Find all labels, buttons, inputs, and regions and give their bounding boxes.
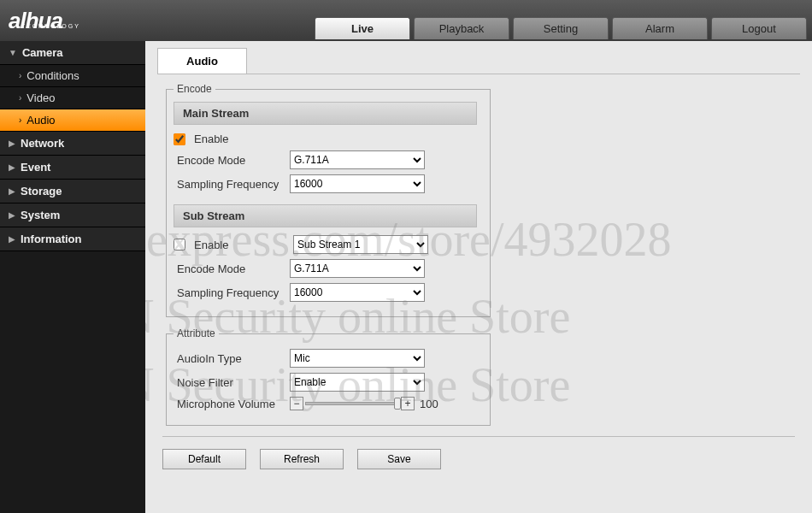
main-sampling-select[interactable]: 16000	[290, 174, 425, 193]
sub-encode-mode-label: Encode Mode	[177, 262, 290, 275]
chevron-right-icon: ›	[19, 115, 21, 125]
brand-sub: TECHNOLOGY	[21, 23, 80, 29]
main-encode-mode-label: Encode Mode	[177, 154, 290, 167]
chevron-right-icon: ▶	[9, 139, 15, 148]
sidebar-group-event[interactable]: ▶ Event	[0, 156, 145, 180]
audioin-type-select[interactable]: Mic	[290, 349, 425, 368]
sub-stream-header: Sub Stream	[174, 204, 477, 227]
chevron-right-icon: ›	[19, 93, 21, 103]
sub-encode-mode-select[interactable]: G.711A	[290, 259, 425, 278]
sub-enable-label: Enable	[194, 239, 293, 251]
sidebar-group-network[interactable]: ▶ Network	[0, 132, 145, 156]
chevron-right-icon: ▶	[9, 162, 15, 172]
chevron-right-icon: ›	[19, 71, 21, 80]
mic-volume-label: Microphone Volume	[177, 398, 290, 410]
noise-filter-label: Noise Filter	[177, 376, 290, 389]
chevron-right-icon: ▶	[9, 210, 15, 220]
sidebar-group-camera[interactable]: ▼ Camera	[0, 41, 145, 65]
volume-increase-button[interactable]: +	[401, 397, 415, 410]
sidebar-item-label: Audio	[26, 114, 55, 127]
main-sampling-label: Sampling Frequency	[177, 178, 290, 191]
main-stream-header: Main Stream	[174, 102, 477, 125]
sub-enable-checkbox[interactable]	[174, 239, 185, 251]
sidebar-group-label: Event	[21, 161, 50, 174]
attribute-legend: Attribute	[174, 327, 219, 339]
sub-sampling-select[interactable]: 16000	[290, 283, 425, 302]
header: alhua TECHNOLOGY Live Playback Setting A…	[0, 0, 812, 41]
save-button[interactable]: Save	[357, 449, 441, 469]
tab-playback[interactable]: Playback	[414, 17, 509, 39]
main-encode-mode-select[interactable]: G.711A	[290, 150, 425, 169]
sidebar-group-label: System	[21, 209, 60, 221]
mic-volume-value: 100	[420, 398, 438, 410]
mic-volume-slider[interactable]	[305, 402, 399, 405]
chevron-down-icon: ▼	[9, 48, 17, 57]
slider-thumb[interactable]	[394, 398, 401, 410]
divider	[162, 436, 795, 437]
tab-live[interactable]: Live	[315, 17, 410, 39]
content: liexpress.com/store/4932028 N Security o…	[145, 41, 812, 513]
sidebar-item-label: Conditions	[26, 69, 79, 82]
attribute-fieldset: Attribute AudioIn Type Mic Noise Filter …	[166, 327, 491, 426]
main-enable-label: Enable	[194, 133, 307, 145]
sub-sampling-label: Sampling Frequency	[177, 286, 290, 299]
button-row: Default Refresh Save	[157, 442, 800, 469]
encode-legend: Encode	[174, 83, 215, 95]
main-enable-checkbox[interactable]	[174, 133, 185, 145]
volume-decrease-button[interactable]: −	[290, 397, 303, 410]
chevron-right-icon: ▶	[9, 186, 15, 196]
sidebar-group-label: Storage	[21, 185, 62, 198]
brand-name: alhua	[9, 8, 62, 34]
sidebar-group-label: Camera	[22, 46, 63, 59]
chevron-right-icon: ▶	[9, 234, 15, 244]
sidebar-group-label: Network	[21, 137, 64, 150]
main: ▼ Camera › Conditions › Video › Audio ▶ …	[0, 41, 812, 513]
encode-fieldset: Encode Main Stream Enable Encode Mode G.…	[166, 83, 491, 317]
sidebar-group-storage[interactable]: ▶ Storage	[0, 180, 145, 203]
noise-filter-select[interactable]: Enable	[290, 373, 425, 392]
content-tabbar: Audio	[157, 48, 800, 74]
tab-setting[interactable]: Setting	[513, 17, 609, 39]
sidebar-group-label: Information	[21, 233, 82, 245]
sidebar-item-conditions[interactable]: › Conditions	[0, 65, 145, 87]
tab-logout[interactable]: Logout	[711, 17, 807, 39]
sub-stream-select[interactable]: Sub Stream 1	[293, 235, 428, 254]
sidebar-group-system[interactable]: ▶ System	[0, 203, 145, 227]
audioin-type-label: AudioIn Type	[177, 352, 290, 365]
top-tabs: Live Playback Setting Alarm Logout	[315, 2, 812, 39]
sidebar-item-audio[interactable]: › Audio	[0, 109, 145, 132]
sidebar-item-video[interactable]: › Video	[0, 87, 145, 109]
default-button[interactable]: Default	[162, 449, 246, 469]
content-tab-audio[interactable]: Audio	[157, 48, 247, 74]
refresh-button[interactable]: Refresh	[260, 449, 344, 469]
brand-logo: alhua TECHNOLOGY	[9, 8, 80, 34]
tab-alarm[interactable]: Alarm	[612, 17, 708, 39]
sidebar-item-label: Video	[26, 91, 55, 104]
sidebar: ▼ Camera › Conditions › Video › Audio ▶ …	[0, 41, 145, 513]
sidebar-group-information[interactable]: ▶ Information	[0, 227, 145, 251]
